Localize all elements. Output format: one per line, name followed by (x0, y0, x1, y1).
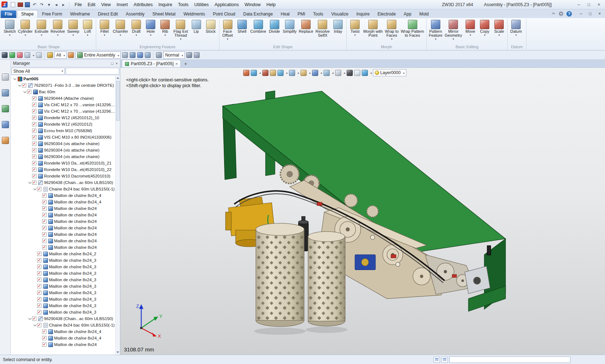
ribbon-button[interactable]: Hole (143, 19, 158, 37)
tree-checkbox[interactable] (42, 219, 46, 224)
tree-item[interactable]: Maillon de chaîne 8x24 (11, 218, 115, 225)
menu-item[interactable]: Help (263, 2, 279, 7)
qat-button[interactable]: ◂ (53, 1, 60, 8)
dropdown-arrow-icon[interactable] (296, 70, 299, 75)
ribbon-tab[interactable]: Visualize (327, 10, 352, 18)
tree-item[interactable]: Vis CHC M12 x 70 ...vanise (41329606) (11, 108, 115, 114)
tree-checkbox[interactable] (27, 90, 31, 94)
view-toolbar-item[interactable] (243, 69, 250, 76)
tree-expander-icon[interactable] (18, 82, 22, 89)
tree-checkbox[interactable] (37, 291, 41, 295)
dropdown-arrow-icon[interactable] (150, 34, 151, 37)
dropdown-arrow-icon[interactable] (164, 34, 166, 37)
ribbon-button[interactable]: Move (463, 19, 477, 37)
dropdown-arrow-icon[interactable] (104, 34, 105, 37)
tree-checkbox[interactable] (32, 96, 36, 100)
scrollbar-thumb[interactable] (116, 81, 120, 121)
doc-restore-button[interactable]: □ (586, 10, 595, 17)
dropdown-arrow-icon[interactable] (354, 34, 356, 37)
tree-item[interactable]: 96290438 (Chain...ac 60m ULBS150) (11, 179, 115, 186)
tree-item[interactable]: Maillon de chaîne 8x24_3 (11, 296, 115, 302)
menu-item[interactable]: Window (242, 2, 263, 7)
menu-item[interactable]: Insert (114, 2, 131, 7)
toolbar-item[interactable] (153, 52, 154, 58)
tree-checkbox[interactable] (37, 310, 41, 314)
tree-checkbox[interactable] (32, 174, 36, 178)
panel-tab-icon[interactable] (2, 137, 9, 144)
tab-close-icon[interactable]: × (175, 62, 178, 66)
ribbon-tab[interactable]: Weldments (179, 10, 209, 18)
tree-checkbox[interactable] (37, 258, 41, 262)
ribbon-tab[interactable]: PMI (294, 10, 309, 18)
ribbon-button[interactable]: Simplify (282, 19, 298, 37)
ribbon-tab[interactable]: Inquire (352, 10, 374, 18)
view-toolbar-item[interactable]: Layer0000 (373, 69, 406, 76)
dropdown-arrow-icon[interactable] (319, 70, 322, 75)
tree-item[interactable]: Maillon de chaîne 8x24_3 (11, 257, 115, 264)
dropdown-arrow-icon[interactable] (31, 53, 34, 58)
dropdown-arrow-icon[interactable] (180, 38, 181, 41)
ribbon-button[interactable]: Datum (509, 19, 523, 37)
tree-expander-icon[interactable] (28, 316, 32, 322)
view-grid-icon[interactable] (441, 357, 448, 363)
document-tab[interactable]: Part005.Z3 - [Part005] × (122, 60, 181, 67)
doc-minimize-button[interactable]: – (576, 10, 586, 17)
ribbon-button[interactable]: Combine (249, 19, 267, 37)
view-toolbar-item[interactable] (354, 69, 361, 76)
toolbar-item[interactable] (36, 51, 42, 59)
panel-tab-icon[interactable] (2, 89, 9, 96)
tree-item[interactable]: Chaine 8x24 bac 60m ULBS150(-1) (11, 186, 115, 192)
tree-item[interactable]: Maillon de chaîne 8x24_3 (11, 277, 115, 283)
view-toolbar-item[interactable] (335, 69, 346, 76)
doc-close-button[interactable]: × (595, 10, 604, 17)
tree-scrollbar[interactable] (115, 76, 120, 355)
ribbon-button[interactable]: Resolve SelfX (314, 19, 331, 41)
view-toolbar-item[interactable] (289, 69, 299, 76)
ribbon-button[interactable]: Extrude (34, 19, 49, 37)
tree-checkbox[interactable] (32, 129, 36, 133)
ribbon-tab[interactable]: Shape (17, 10, 38, 18)
tree-item[interactable]: 96290444 (Attache chaine) (11, 95, 115, 102)
tree-item[interactable]: Maillon de chaîne 8x24_3 (11, 309, 115, 315)
toolbar-item[interactable] (144, 51, 151, 59)
dropdown-arrow-icon[interactable] (120, 34, 121, 37)
ribbon-button[interactable]: Stock (204, 19, 218, 37)
view-toolbar-item[interactable] (300, 69, 311, 76)
tree-item[interactable]: 96290438 (Chain...ac 60m ULBS150) (11, 315, 115, 322)
ribbon-tab[interactable]: Assembly (122, 10, 148, 18)
ribbon-button[interactable]: Wrap Pattern to Faces (400, 19, 425, 41)
dropdown-arrow-icon[interactable] (87, 34, 88, 37)
toolbar-item[interactable]: All (54, 51, 67, 59)
ribbon-button[interactable]: Fillet (97, 19, 112, 37)
tree-item[interactable]: Maillon de chaîne 8x24_3 (11, 283, 115, 289)
qat-button[interactable]: ▾ (45, 1, 53, 8)
tree-item[interactable]: Rondelle W10 Da...et(45201010)_22 (11, 166, 115, 173)
toolbar-item[interactable] (137, 51, 143, 59)
tree-checkbox[interactable] (32, 135, 36, 139)
tree-checkbox[interactable] (32, 116, 36, 120)
menu-item[interactable]: View (98, 2, 114, 7)
dropdown-arrow-icon[interactable] (9, 34, 10, 37)
dropdown-arrow-icon[interactable] (391, 38, 392, 41)
tree-item[interactable]: 76290371 -Folio 3-3 ...tie centrale DROI… (11, 82, 115, 89)
ribbon-button[interactable]: Draft (129, 19, 143, 37)
toolbar-item[interactable] (186, 51, 192, 59)
tree-checkbox[interactable] (42, 193, 46, 198)
maximize-button[interactable]: □ (584, 1, 593, 8)
panel-tab-icon[interactable] (2, 105, 9, 112)
toolbar-item[interactable] (24, 51, 35, 59)
ribbon-tab[interactable]: Sheet Metal (148, 10, 179, 18)
ribbon-button[interactable]: Lip (189, 19, 204, 37)
tree-checkbox[interactable] (32, 141, 36, 146)
tree-checkbox[interactable] (32, 167, 36, 172)
tree-checkbox[interactable] (37, 278, 41, 282)
dropdown-arrow-icon[interactable] (41, 34, 42, 37)
dropdown-arrow-icon[interactable] (470, 34, 471, 37)
ribbon-button[interactable]: Pattern Feature (428, 19, 444, 41)
view-toolbar-item[interactable] (277, 69, 288, 76)
tree-item[interactable]: Maillon de chaîne 8x24_3 (11, 264, 115, 270)
dropdown-arrow-icon[interactable] (484, 34, 485, 37)
tree-checkbox[interactable] (32, 122, 36, 126)
ribbon-tab[interactable]: Tools (309, 10, 327, 18)
menu-item[interactable]: Tools (175, 2, 191, 7)
